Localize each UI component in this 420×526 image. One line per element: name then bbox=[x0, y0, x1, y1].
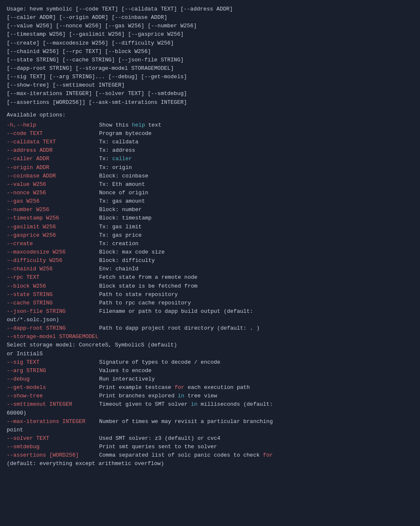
option-row: --show-treePrint branches explored in tr… bbox=[7, 392, 413, 400]
option-continuation: (default: everything except arithmetic o… bbox=[7, 460, 413, 468]
usage-continuation-lines: [--caller ADDR] [--origin ADDR] [--coinb… bbox=[7, 13, 413, 107]
option-flag: --smtdebug bbox=[7, 443, 99, 451]
usage-line: [--sig TEXT] [--arg STRING]... [--debug]… bbox=[7, 73, 413, 81]
option-flag: --smttimeout INTEGER bbox=[7, 400, 99, 409]
option-flag: --code TEXT bbox=[7, 130, 99, 138]
option-desc: Block: difficulty bbox=[99, 256, 413, 265]
option-desc: Signature of types to decode / encode bbox=[99, 358, 413, 367]
option-desc: Block: coinbase bbox=[99, 172, 413, 180]
option-row: --assertions [WORD256]Comma separated li… bbox=[7, 451, 413, 460]
option-flag: --number W256 bbox=[7, 206, 99, 214]
option-row: --cache STRINGPath to rpc cache reposito… bbox=[7, 299, 413, 307]
usage-line: [--assertions [WORD256]] [--ask-smt-iter… bbox=[7, 98, 413, 107]
option-flag: --storage-model STORAGEMODEL bbox=[7, 333, 99, 341]
option-desc: Number of times we may revisit a particu… bbox=[99, 418, 413, 426]
option-desc: Tx: gas amount bbox=[99, 197, 413, 206]
option-row: --get-modelsPrint example testcase for e… bbox=[7, 383, 413, 392]
option-row: --createTx: creation bbox=[7, 240, 413, 248]
option-flag: --difficulty W256 bbox=[7, 256, 99, 265]
option-row: --address ADDRTx: address bbox=[7, 146, 413, 155]
option-desc: Program bytecode bbox=[99, 130, 413, 138]
usage-section: Usage: hevm symbolic [--code TEXT] [--ca… bbox=[7, 5, 413, 107]
option-flag: --sig TEXT bbox=[7, 358, 99, 367]
option-flag: --address ADDR bbox=[7, 146, 99, 155]
option-desc: Tx: calldata bbox=[99, 138, 413, 146]
usage-line: [--create] [--maxcodesize W256] [--diffi… bbox=[7, 39, 413, 48]
option-desc: Filename or path to dapp build output (d… bbox=[99, 307, 413, 316]
option-desc: Tx: Eth amount bbox=[99, 180, 413, 189]
option-flag: --max-iterations INTEGER bbox=[7, 418, 99, 426]
option-row: --gasprice W256Tx: gas price bbox=[7, 231, 413, 240]
option-desc: Tx: gas price bbox=[99, 231, 413, 240]
option-row: --max-iterations INTEGERNumber of times … bbox=[7, 418, 413, 426]
option-desc: Block: max code size bbox=[99, 248, 413, 256]
usage-line: [--max-iterations INTEGER] [--solver TEX… bbox=[7, 90, 413, 98]
option-continuation: point bbox=[7, 426, 413, 434]
option-extra-line: Select storage model: ConcreteS, Symboli… bbox=[7, 341, 413, 349]
option-flag: --nonce W256 bbox=[7, 189, 99, 197]
option-desc: Fetch state from a remote node bbox=[99, 273, 413, 282]
option-desc: Tx: caller bbox=[99, 155, 413, 163]
options-list: -h,--helpShow this help text --code TEXT… bbox=[7, 121, 413, 468]
option-row: --gas W256Tx: gas amount bbox=[7, 197, 413, 206]
option-row: --storage-model STORAGEMODEL bbox=[7, 333, 413, 341]
usage-line: [--show-tree] [--smttimeout INTEGER] bbox=[7, 81, 413, 90]
option-row: --timestamp W256Block: timestamp bbox=[7, 214, 413, 222]
option-flag: --get-models bbox=[7, 383, 99, 392]
option-flag: --origin ADDR bbox=[7, 164, 99, 172]
available-options-header: Available options: bbox=[7, 111, 413, 119]
option-row: --value W256Tx: Eth amount bbox=[7, 180, 413, 189]
option-row: --arg STRINGValues to encode bbox=[7, 367, 413, 375]
usage-line: [--value W256] [--nonce W256] [--gas W25… bbox=[7, 22, 413, 30]
usage-line: [--caller ADDR] [--origin ADDR] [--coinb… bbox=[7, 13, 413, 22]
option-desc: Show this help text bbox=[99, 121, 413, 130]
option-desc: Path to dapp project root directory (def… bbox=[99, 324, 413, 333]
option-row: --difficulty W256Block: difficulty bbox=[7, 256, 413, 265]
option-flag: --show-tree bbox=[7, 392, 99, 400]
option-desc: Comma separated list of solc panic codes… bbox=[99, 451, 413, 460]
option-flag: --maxcodesize W256 bbox=[7, 248, 99, 256]
option-desc: Tx: gas limit bbox=[99, 223, 413, 231]
option-flag: --coinbase ADDR bbox=[7, 172, 99, 180]
option-row: --gaslimit W256Tx: gas limit bbox=[7, 223, 413, 231]
option-row: --state STRINGPath to state repository bbox=[7, 291, 413, 299]
option-flag: --chainid W256 bbox=[7, 265, 99, 273]
option-flag: --solver TEXT bbox=[7, 434, 99, 443]
option-row: --nonce W256Nonce of origin bbox=[7, 189, 413, 197]
option-desc: Block: timestamp bbox=[99, 214, 413, 222]
option-flag: --rpc TEXT bbox=[7, 273, 99, 282]
option-desc: Path to rpc cache repository bbox=[99, 299, 413, 307]
option-desc: Values to encode bbox=[99, 367, 413, 375]
usage-line: [--timestamp W256] [--gaslimit W256] [--… bbox=[7, 30, 413, 39]
option-row: --calldata TEXTTx: calldata bbox=[7, 138, 413, 146]
usage-line: [--state STRING] [--cache STRING] [--jso… bbox=[7, 56, 413, 64]
option-row: --code TEXTProgram bytecode bbox=[7, 130, 413, 138]
option-flag: --cache STRING bbox=[7, 299, 99, 307]
option-flag: --json-file STRING bbox=[7, 307, 99, 316]
option-row: --solver TEXTUsed SMT solver: z3 (defaul… bbox=[7, 434, 413, 443]
option-row: --dapp-root STRINGPath to dapp project r… bbox=[7, 324, 413, 333]
option-row: --origin ADDRTx: origin bbox=[7, 164, 413, 172]
option-desc: Tx: origin bbox=[99, 164, 413, 172]
option-flag: --debug bbox=[7, 375, 99, 383]
option-row: --maxcodesize W256Block: max code size bbox=[7, 248, 413, 256]
option-desc: Timeout given to SMT solver in milliseco… bbox=[99, 400, 413, 409]
option-row: --caller ADDRTx: caller bbox=[7, 155, 413, 163]
option-desc: Nonce of origin bbox=[99, 189, 413, 197]
option-row: --number W256Block: number bbox=[7, 206, 413, 214]
option-row: -h,--helpShow this help text bbox=[7, 121, 413, 130]
terminal-output: Usage: hevm symbolic [--code TEXT] [--ca… bbox=[7, 5, 413, 468]
option-row: --block W256Block state is be fetched fr… bbox=[7, 282, 413, 291]
option-desc: Used SMT solver: z3 (default) or cvc4 bbox=[99, 434, 413, 443]
option-desc: Env: chainId bbox=[99, 265, 413, 273]
option-desc: Tx: creation bbox=[99, 240, 413, 248]
option-desc: Tx: address bbox=[99, 146, 413, 155]
option-continuation: 60000) bbox=[7, 409, 413, 418]
option-extra-line: or InitialS bbox=[7, 350, 413, 358]
option-row: --smtdebugPrint smt queries sent to the … bbox=[7, 443, 413, 451]
option-row: --smttimeout INTEGERTimeout given to SMT… bbox=[7, 400, 413, 409]
option-desc: Block: number bbox=[99, 206, 413, 214]
option-desc: Run interactively bbox=[99, 375, 413, 383]
usage-first-line: Usage: hevm symbolic [--code TEXT] [--ca… bbox=[7, 5, 413, 13]
option-continuation: out/*.solc.json) bbox=[7, 316, 413, 324]
